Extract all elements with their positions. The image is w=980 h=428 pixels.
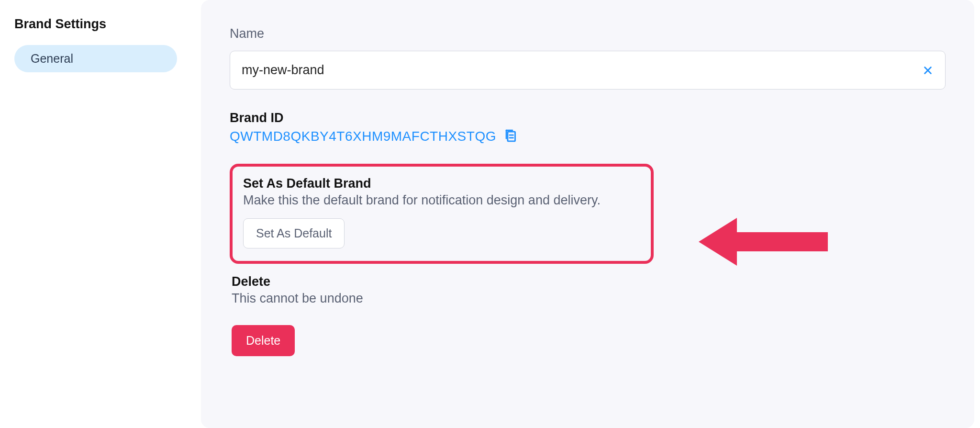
svg-rect-4 (509, 135, 514, 136)
set-default-title: Set As Default Brand (243, 176, 640, 191)
delete-desc: This cannot be undone (232, 291, 944, 306)
brand-id-label: Brand ID (230, 111, 946, 125)
delete-button[interactable]: Delete (232, 325, 295, 356)
delete-section: Delete This cannot be undone Delete (230, 274, 946, 356)
main-panel: Name Brand ID QWTMD8QKBY4T6XHM9MAFCTHXST… (201, 0, 974, 428)
clear-name-button[interactable] (921, 63, 935, 78)
brand-id-row: QWTMD8QKBY4T6XHM9MAFCTHXSTQG (230, 128, 946, 145)
delete-title: Delete (232, 274, 944, 289)
sidebar: Brand Settings General (0, 0, 201, 428)
set-default-highlight: Set As Default Brand Make this the defau… (230, 164, 654, 264)
name-input[interactable] (230, 51, 946, 90)
copy-icon (503, 128, 519, 145)
sidebar-item-general[interactable]: General (14, 45, 177, 72)
svg-rect-3 (506, 130, 507, 139)
svg-marker-6 (699, 218, 828, 266)
svg-rect-5 (509, 137, 514, 138)
set-default-button[interactable]: Set As Default (243, 218, 345, 248)
name-input-wrap (230, 51, 946, 90)
brand-id-value: QWTMD8QKBY4T6XHM9MAFCTHXSTQG (230, 129, 496, 144)
sidebar-title: Brand Settings (14, 17, 187, 32)
copy-brand-id-button[interactable] (503, 128, 519, 145)
close-icon (923, 65, 933, 76)
set-default-desc: Make this the default brand for notifica… (243, 193, 640, 208)
name-label: Name (230, 26, 946, 41)
arrow-annotation-icon (699, 213, 833, 270)
